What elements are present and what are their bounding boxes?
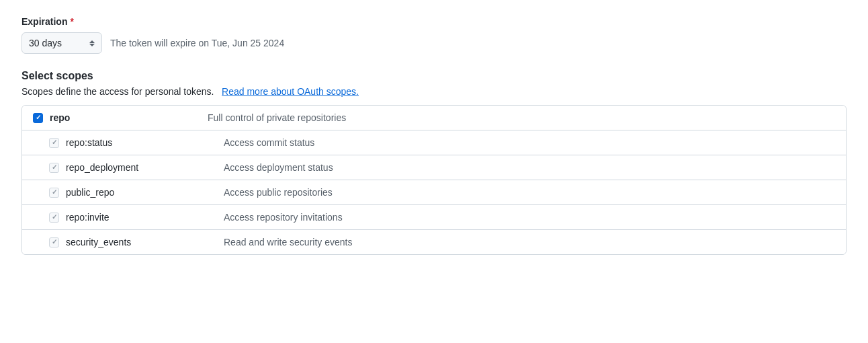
oauth-link[interactable]: Read more about OAuth scopes. <box>222 86 359 97</box>
scopes-description-text: Scopes define the access for personal to… <box>21 86 214 97</box>
scope-checkbox-repo-invite[interactable]: ✓ <box>49 213 59 223</box>
scope-checkbox-repo-status[interactable]: ✓ <box>49 138 59 148</box>
scope-name-security-events: security_events <box>66 237 131 247</box>
scope-description-repo-invite: Access repository invitations <box>224 212 835 223</box>
scope-description-security-events: Read and write security events <box>224 237 835 247</box>
scopes-title: Select scopes <box>21 70 847 82</box>
scope-row-repo: ✓ repo Full control of private repositor… <box>22 106 846 130</box>
scope-row-repo-invite: ✓ repo:invite Access repository invitati… <box>22 205 846 230</box>
scope-name-repo-invite: repo:invite <box>66 212 110 223</box>
arrow-down-icon <box>89 44 95 46</box>
scope-name-public-repo: public_repo <box>66 187 114 198</box>
scope-checkbox-area-repo: ✓ repo <box>33 112 208 123</box>
scope-checkbox-area-repo-status: ✓ repo:status <box>49 137 224 148</box>
expiration-section: Expiration * 30 days The token will expi… <box>21 16 847 54</box>
scopes-table: ✓ repo Full control of private repositor… <box>21 105 847 255</box>
partial-check-icon: ✓ <box>52 139 57 146</box>
scope-row-security-events: ✓ security_events Read and write securit… <box>22 230 846 254</box>
checkmark-icon: ✓ <box>36 114 41 121</box>
scopes-description: Scopes define the access for personal to… <box>21 86 847 97</box>
scope-row-repo-deployment: ✓ repo_deployment Access deployment stat… <box>22 155 846 180</box>
scope-checkbox-area-public-repo: ✓ public_repo <box>49 187 224 198</box>
scope-description-repo-status: Access commit status <box>224 137 835 148</box>
scope-checkbox-security-events[interactable]: ✓ <box>49 237 59 247</box>
partial-check-icon: ✓ <box>52 189 57 196</box>
expiration-label-text: Expiration <box>21 16 67 27</box>
expiration-select[interactable]: 30 days <box>21 32 102 54</box>
scope-checkbox-area-repo-invite: ✓ repo:invite <box>49 212 224 223</box>
scope-row-public-repo: ✓ public_repo Access public repositories <box>22 180 846 205</box>
scope-name-repo-status: repo:status <box>66 137 112 148</box>
scope-description-repo: Full control of private repositories <box>208 112 835 123</box>
expiration-select-value: 30 days <box>29 38 62 48</box>
partial-check-icon: ✓ <box>52 164 57 171</box>
scope-name-repo: repo <box>50 112 70 123</box>
arrow-up-icon <box>89 40 95 43</box>
scope-checkbox-repo[interactable]: ✓ <box>33 113 43 123</box>
partial-check-icon: ✓ <box>52 239 57 245</box>
scope-description-repo-deployment: Access deployment status <box>224 162 835 173</box>
expiration-row: 30 days The token will expire on Tue, Ju… <box>21 32 847 54</box>
scope-checkbox-repo-deployment[interactable]: ✓ <box>49 163 59 173</box>
scope-checkbox-area-security-events: ✓ security_events <box>49 237 224 247</box>
scope-checkbox-area-repo-deployment: ✓ repo_deployment <box>49 162 224 173</box>
partial-check-icon: ✓ <box>52 214 57 221</box>
scope-checkbox-public-repo[interactable]: ✓ <box>49 188 59 198</box>
scope-description-public-repo: Access public repositories <box>224 187 835 198</box>
expiration-label: Expiration * <box>21 16 847 27</box>
scope-row-repo-status: ✓ repo:status Access commit status <box>22 130 846 155</box>
required-indicator: * <box>70 16 73 27</box>
scopes-section: Select scopes Scopes define the access f… <box>21 70 847 255</box>
scope-name-repo-deployment: repo_deployment <box>66 162 138 173</box>
expiration-arrows <box>89 40 95 46</box>
expiration-hint: The token will expire on Tue, Jun 25 202… <box>110 38 284 48</box>
